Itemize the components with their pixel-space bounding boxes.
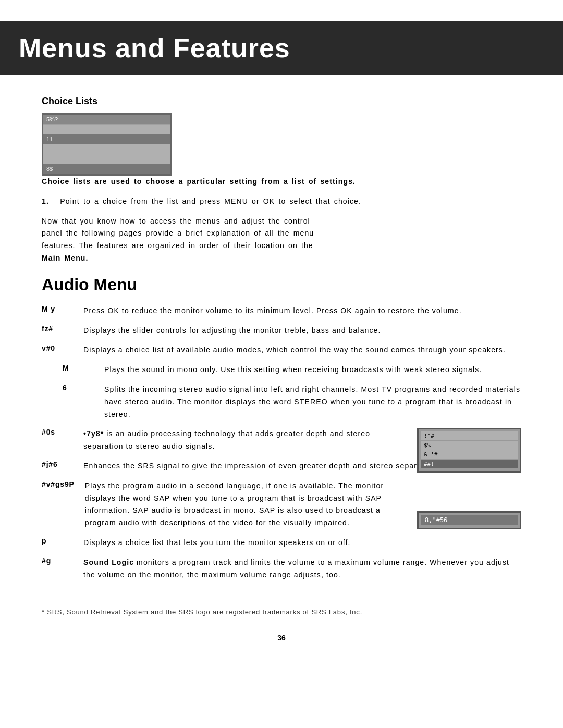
- tv-row: 8$: [43, 164, 170, 174]
- srs-label: #0s: [42, 428, 73, 436]
- mute-desc: Press OK to reduce the monitor volume to…: [83, 305, 521, 317]
- tv-popup-srs: !"# $% & '# ##(: [417, 428, 521, 473]
- feature-stereo: 6 Splits the incoming stereo audio signa…: [42, 384, 521, 421]
- srs-desc: •7y8* is an audio processing technology …: [83, 428, 409, 453]
- feature-sap-wrapper: 8,"#56 #v#gs9P Plays the program audio i…: [42, 480, 521, 529]
- treble-desc: Displays the slider controls for adjusti…: [83, 325, 521, 337]
- tv-row: 11: [43, 134, 170, 144]
- mode-label: v#0: [42, 344, 73, 352]
- tv-row: 8,"#56: [421, 515, 518, 525]
- tv-popup-sap: 8,"#56: [417, 511, 521, 529]
- choice-step1: 1. Point to a choice from the list and p…: [42, 195, 521, 208]
- page-container: Menus and Features Choice Lists 5%? 11 8…: [0, 0, 563, 728]
- feature-mono: M Plays the sound in mono only. Use this…: [42, 364, 521, 376]
- sound-logic-label: #g: [42, 557, 73, 565]
- mute-label: M y: [42, 305, 73, 313]
- choice-intro: Choice lists are used to choose a partic…: [42, 176, 521, 188]
- content-area: Choice Lists 5%? 11 8$ Choice lists are …: [42, 96, 521, 642]
- trubass-label: #j#6: [42, 460, 73, 468]
- sap-desc: Plays the program audio in a second lang…: [85, 480, 409, 529]
- page-number: 36: [42, 634, 521, 642]
- tv-row: [43, 154, 170, 164]
- page-title: Menus and Features: [19, 32, 544, 64]
- feature-mute: M y Press OK to reduce the monitor volum…: [42, 305, 521, 317]
- page-header: Menus and Features: [0, 21, 563, 75]
- audio-menu-title: Audio Menu: [42, 275, 521, 294]
- sap-label: #v#gs9P: [42, 480, 75, 488]
- choice-step2: Now that you know how to access the menu…: [42, 215, 521, 265]
- tv-row: ##(: [421, 460, 518, 468]
- feature-speakers: p Displays a choice list that lets you t…: [42, 537, 521, 549]
- tv-row: [43, 125, 170, 134]
- choice-lists-title: Choice Lists: [42, 96, 521, 107]
- tv-popup-choice: 5%? 11 8$: [42, 113, 172, 176]
- stereo-label: 6: [63, 384, 94, 392]
- speakers-label: p: [42, 537, 73, 545]
- audio-menu-section: Audio Menu M y Press OK to reduce the mo…: [42, 275, 521, 582]
- treble-label: fz#: [42, 325, 73, 333]
- sound-logic-desc: Sound Logic monitors a program track and…: [83, 557, 521, 582]
- mono-label: M: [63, 364, 94, 372]
- feature-srs-wrapper: !"# $% & '# ##( #0s •7y8* is an audio pr…: [42, 428, 521, 453]
- feature-mode: v#0 Displays a choice list of available …: [42, 344, 521, 356]
- tv-row: [43, 144, 170, 154]
- tv-row: 5%?: [43, 115, 170, 124]
- feature-sound-logic: #g Sound Logic monitors a program track …: [42, 557, 521, 582]
- tv-row: $%: [421, 441, 518, 450]
- mono-desc: Plays the sound in mono only. Use this s…: [104, 364, 521, 376]
- tv-row: & '#: [421, 450, 518, 459]
- stereo-desc: Splits the incoming stereo audio signal …: [104, 384, 521, 421]
- choice-lists-section: Choice Lists 5%? 11 8$ Choice lists are …: [42, 96, 521, 265]
- speakers-desc: Displays a choice list that lets you tur…: [83, 537, 521, 549]
- tv-row: !"#: [421, 431, 518, 440]
- mode-desc: Displays a choice list of available audi…: [83, 344, 521, 356]
- feature-treble: fz# Displays the slider controls for adj…: [42, 325, 521, 337]
- footer-text: * SRS, Sound Retrieval System and the SR…: [42, 607, 521, 618]
